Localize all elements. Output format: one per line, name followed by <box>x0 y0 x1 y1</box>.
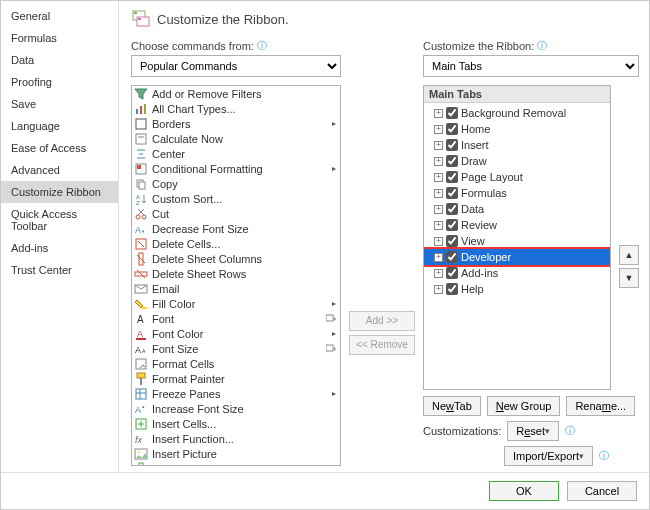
cancel-button[interactable]: Cancel <box>567 481 637 501</box>
reset-button[interactable]: Reset <box>507 421 559 441</box>
tab-developer[interactable]: +Developer <box>424 249 610 265</box>
tab-checkbox[interactable] <box>446 251 458 263</box>
ok-button[interactable]: OK <box>489 481 559 501</box>
tabs-tree[interactable]: Main Tabs +Background Removal+Home+Inser… <box>423 85 611 390</box>
tab-checkbox[interactable] <box>446 283 458 295</box>
command-delete-sheet-columns[interactable]: Delete Sheet Columns <box>132 251 340 266</box>
command-calculate-now[interactable]: Calculate Now <box>132 131 340 146</box>
command-insert-sheet-columns[interactable]: Insert Sheet Columns <box>132 461 340 466</box>
expand-icon[interactable]: + <box>434 141 443 150</box>
expand-icon[interactable]: + <box>434 157 443 166</box>
import-export-button[interactable]: Import/Export <box>504 446 593 466</box>
ribbon-combo[interactable]: Main Tabs <box>423 55 639 77</box>
command-delete-cells-[interactable]: Delete Cells... <box>132 236 340 251</box>
sidebar-item-trust-center[interactable]: Trust Center <box>1 259 118 281</box>
info-icon[interactable]: ⓘ <box>565 424 575 438</box>
command-label: Font Color <box>152 328 203 340</box>
tab-checkbox[interactable] <box>446 155 458 167</box>
command-delete-sheet-rows[interactable]: Delete Sheet Rows <box>132 266 340 281</box>
sidebar-item-formulas[interactable]: Formulas <box>1 27 118 49</box>
sidebar-item-save[interactable]: Save <box>1 93 118 115</box>
svg-rect-6 <box>144 104 146 114</box>
sidebar-item-customize-ribbon[interactable]: Customize Ribbon <box>1 181 118 203</box>
tab-insert[interactable]: +Insert <box>424 137 610 153</box>
sidebar-item-general[interactable]: General <box>1 5 118 27</box>
command-add-or-remove-filters[interactable]: Add or Remove Filters <box>132 86 340 101</box>
tab-data[interactable]: +Data <box>424 201 610 217</box>
expand-icon[interactable]: + <box>434 253 443 262</box>
tab-add-ins[interactable]: +Add-ins <box>424 265 610 281</box>
command-insert-cells-[interactable]: Insert Cells... <box>132 416 340 431</box>
command-label: Format Cells <box>152 358 214 370</box>
command-copy[interactable]: Copy <box>132 176 340 191</box>
info-icon[interactable]: ⓘ <box>599 449 609 463</box>
tab-checkbox[interactable] <box>446 267 458 279</box>
expand-icon[interactable]: + <box>434 285 443 294</box>
info-icon[interactable]: ⓘ <box>257 39 267 53</box>
sidebar-item-add-ins[interactable]: Add-ins <box>1 237 118 259</box>
tab-checkbox[interactable] <box>446 219 458 231</box>
svg-point-51 <box>138 451 140 453</box>
move-up-button[interactable]: ▲ <box>619 245 639 265</box>
command-center[interactable]: Center <box>132 146 340 161</box>
tab-draw[interactable]: +Draw <box>424 153 610 169</box>
command-cut[interactable]: Cut <box>132 206 340 221</box>
command-insert-picture[interactable]: Insert Picture <box>132 446 340 461</box>
sidebar-item-advanced[interactable]: Advanced <box>1 159 118 181</box>
info-icon[interactable]: ⓘ <box>537 39 547 53</box>
command-label: Insert Function... <box>152 433 234 445</box>
command-format-painter[interactable]: Format Painter <box>132 371 340 386</box>
combo-slot-icon <box>326 343 336 355</box>
sidebar-item-ease-of-access[interactable]: Ease of Access <box>1 137 118 159</box>
expand-icon[interactable]: + <box>434 125 443 134</box>
command-label: Insert Sheet Columns <box>152 463 258 467</box>
sidebar-item-language[interactable]: Language <box>1 115 118 137</box>
command-all-chart-types-[interactable]: All Chart Types... <box>132 101 340 116</box>
tab-home[interactable]: +Home <box>424 121 610 137</box>
expand-icon[interactable]: + <box>434 109 443 118</box>
command-font[interactable]: AFont <box>132 311 340 326</box>
expand-icon[interactable]: + <box>434 269 443 278</box>
expand-icon[interactable]: + <box>434 173 443 182</box>
remove-button[interactable]: << Remove <box>349 335 415 355</box>
tab-checkbox[interactable] <box>446 139 458 151</box>
tab-checkbox[interactable] <box>446 187 458 199</box>
command-insert-function-[interactable]: fxInsert Function... <box>132 431 340 446</box>
expand-icon[interactable]: + <box>434 205 443 214</box>
add-button[interactable]: Add >> <box>349 311 415 331</box>
tab-review[interactable]: +Review <box>424 217 610 233</box>
tab-formulas[interactable]: +Formulas <box>424 185 610 201</box>
tab-page-layout[interactable]: +Page Layout <box>424 169 610 185</box>
command-increase-font-size[interactable]: A▴Increase Font Size <box>132 401 340 416</box>
command-font-color[interactable]: AFont Color▸ <box>132 326 340 341</box>
move-down-button[interactable]: ▼ <box>619 268 639 288</box>
tab-view[interactable]: +View <box>424 233 610 249</box>
expand-icon[interactable]: + <box>434 237 443 246</box>
commands-listbox[interactable]: Add or Remove FiltersAll Chart Types...B… <box>131 85 341 466</box>
command-decrease-font-size[interactable]: A▾Decrease Font Size <box>132 221 340 236</box>
command-conditional-formatting[interactable]: Conditional Formatting▸ <box>132 161 340 176</box>
sidebar-item-data[interactable]: Data <box>1 49 118 71</box>
command-freeze-panes[interactable]: Freeze Panes▸ <box>132 386 340 401</box>
tab-checkbox[interactable] <box>446 235 458 247</box>
rename-button[interactable]: Rename... <box>566 396 635 416</box>
choose-commands-combo[interactable]: Popular Commands <box>131 55 341 77</box>
expand-icon[interactable]: + <box>434 189 443 198</box>
command-font-size[interactable]: AAFont Size <box>132 341 340 356</box>
new-group-button[interactable]: New Group <box>487 396 561 416</box>
tab-help[interactable]: +Help <box>424 281 610 297</box>
tab-checkbox[interactable] <box>446 107 458 119</box>
command-custom-sort-[interactable]: AZCustom Sort... <box>132 191 340 206</box>
sidebar-item-quick-access-toolbar[interactable]: Quick Access Toolbar <box>1 203 118 237</box>
tab-checkbox[interactable] <box>446 171 458 183</box>
sidebar-item-proofing[interactable]: Proofing <box>1 71 118 93</box>
tab-checkbox[interactable] <box>446 123 458 135</box>
command-format-cells[interactable]: Format Cells <box>132 356 340 371</box>
command-borders[interactable]: Borders▸ <box>132 116 340 131</box>
tab-background-removal[interactable]: +Background Removal <box>424 105 610 121</box>
tab-checkbox[interactable] <box>446 203 458 215</box>
new-tab-button[interactable]: New Tab <box>423 396 481 416</box>
command-fill-color[interactable]: Fill Color▸ <box>132 296 340 311</box>
command-email[interactable]: Email <box>132 281 340 296</box>
expand-icon[interactable]: + <box>434 221 443 230</box>
